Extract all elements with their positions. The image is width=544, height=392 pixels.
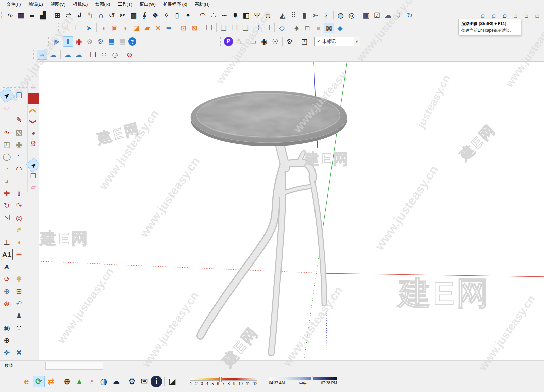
no-entry-icon[interactable]: ⊘ <box>124 50 135 60</box>
time-slider-handle[interactable] <box>311 376 313 381</box>
month-slider[interactable]: 123456789101112 <box>190 378 257 386</box>
orange-box-icon[interactable]: ▣ <box>109 23 120 33</box>
move-icon[interactable]: ✚ <box>1 187 13 199</box>
cut-figure-icon[interactable]: ✂ <box>118 10 128 20</box>
paint-bucket-icon[interactable]: ◕ <box>28 127 39 138</box>
menu-item[interactable]: 相机(C) <box>69 0 91 8</box>
follow-me-icon[interactable]: ↷ <box>13 200 25 211</box>
tape-measure-icon[interactable]: ✐ <box>13 224 25 236</box>
screenshot-camera-icon[interactable]: ◉ <box>259 36 269 47</box>
video-editor-icon[interactable]: ▭ <box>248 36 258 47</box>
menu-item[interactable]: 绘图(R) <box>91 0 114 8</box>
pause-icon[interactable]: ‖ <box>63 36 73 47</box>
pie-icon[interactable]: ◔ <box>1 163 13 174</box>
zoom-window-icon[interactable]: ⊞ <box>13 285 25 297</box>
rotated-rectangle-icon[interactable]: ◰ <box>1 138 13 150</box>
help-icon[interactable]: ? <box>128 37 136 46</box>
blue-swap-x-icon[interactable]: ✖ <box>13 346 25 358</box>
month-gradient-bar[interactable] <box>190 378 257 381</box>
chevron-down-icon[interactable]: ∨ <box>354 37 360 46</box>
folder-export-icon[interactable]: ▣ <box>361 10 371 20</box>
solid-subtract-icon[interactable]: ❑ <box>240 23 251 33</box>
export-model-icon[interactable]: ◳ <box>299 36 309 47</box>
style-backedges-icon[interactable]: ◈ <box>291 23 302 33</box>
solid-split-icon[interactable]: ❐ <box>262 23 272 33</box>
blue-select-bend-icon[interactable]: ➤ <box>84 23 94 33</box>
eraser-cube-icon[interactable]: ◪ <box>167 376 178 387</box>
anim-settings-gear-icon[interactable]: ⚙ <box>96 36 106 47</box>
offset-icon[interactable]: ◎ <box>13 212 25 223</box>
lintel-grid-icon[interactable]: ▥ <box>16 10 26 20</box>
spiral-icon[interactable]: ✹ <box>230 10 240 20</box>
pencil-line-icon[interactable]: ✎ <box>13 114 25 125</box>
time-of-day-slider[interactable]: 04:37 AM 中午 07:28 PM <box>269 377 337 386</box>
arch-icon[interactable]: ◠ <box>198 10 208 20</box>
menu-item[interactable]: 视图(V) <box>47 0 69 8</box>
solid-outer-icon[interactable]: ❏ <box>219 23 229 33</box>
trapezoid-revert-icon[interactable]: ▰ <box>142 23 152 33</box>
transfer-arrows-icon[interactable]: ⇄ <box>45 376 57 387</box>
enscape-e-logo-icon[interactable]: e <box>21 376 32 387</box>
molding-profile-icon[interactable]: ◺ <box>62 23 72 33</box>
clamp-icon[interactable]: ⊞ <box>52 10 63 20</box>
wave-icon[interactable]: ∼ <box>219 10 230 20</box>
compass-needle-icon[interactable]: ➣ <box>310 10 320 20</box>
solid-trim-icon[interactable]: ❒ <box>251 23 261 33</box>
make-component-icon[interactable]: ❒ <box>13 89 25 101</box>
select-icon[interactable]: ➤ <box>0 87 15 103</box>
vegetation-tree-icon[interactable]: ▲ <box>73 376 85 387</box>
live-sync-icon[interactable]: ⟳ <box>33 376 45 387</box>
menu-item[interactable]: 窗口(W) <box>136 0 159 8</box>
bucket-cone-icon[interactable]: ◖ <box>99 23 109 33</box>
dots-circle-icon[interactable]: ∷ <box>99 50 109 60</box>
play-icon[interactable]: ▶ <box>52 36 62 47</box>
chevron-red-icon[interactable]: ❯ <box>28 116 39 127</box>
stack-panel-icon[interactable]: ▤ <box>129 10 139 20</box>
mirror-triangles-icon[interactable]: ◭ <box>277 10 288 20</box>
strip-eraser-icon[interactable]: ▱ <box>28 182 39 192</box>
axes-3d-icon[interactable]: ✳ <box>13 249 25 260</box>
grip-hand-icon[interactable]: Ψ <box>252 10 262 20</box>
cross-cut-icon[interactable]: ✕ <box>153 23 163 33</box>
arc-2point-icon[interactable]: ◠ <box>13 163 25 174</box>
curve-down-icon[interactable]: ↲ <box>74 10 84 20</box>
dark-panel-icon[interactable]: ▮ <box>299 10 309 20</box>
style-wireframe-icon[interactable]: ◇ <box>277 23 287 33</box>
pillar-dimension-icon[interactable]: ⊢ <box>73 23 83 33</box>
menu-item[interactable]: 编辑(E) <box>25 0 47 8</box>
rotate-loop-icon[interactable]: ↺ <box>107 10 117 20</box>
equal-arrows-icon[interactable]: ⇌ <box>63 10 73 20</box>
dot-grid-icon[interactable]: ⠿ <box>288 10 299 20</box>
enscape-start-icon[interactable]: P <box>224 37 233 46</box>
broom-icon[interactable]: ∤ <box>321 10 331 20</box>
film-disabled-icon[interactable]: ▤ <box>117 36 128 47</box>
dots-bridge-icon[interactable]: ∴ <box>208 10 219 20</box>
style-shaded-icon[interactable]: ■ <box>313 23 323 33</box>
protractor-icon[interactable]: ◖ <box>13 236 25 248</box>
menu-item[interactable]: 帮助(H) <box>191 0 214 8</box>
leaf-diamond-icon[interactable]: ✦ <box>183 10 193 20</box>
link-waves-icon[interactable]: ≈ <box>37 50 47 60</box>
house-wide-icon[interactable]: ⌂ <box>532 10 542 20</box>
style-hiddenline-icon[interactable]: □ <box>302 23 312 33</box>
menu-item[interactable]: 文件(F) <box>3 0 25 8</box>
scene-tag-dropdown[interactable]: ✓ 未标记 ∨ <box>314 37 360 46</box>
look-around-eye-icon[interactable]: ◉ <box>1 322 13 334</box>
text-3d-icon[interactable]: A <box>1 261 13 272</box>
visual-settings-gear-icon[interactable]: ⚙ <box>285 36 295 47</box>
house-outline-icon[interactable]: ⌂ <box>521 10 531 20</box>
style-monochrome-icon[interactable]: ◆ <box>335 23 345 33</box>
solid-union-icon[interactable]: ❒ <box>204 23 214 33</box>
viewport[interactable] <box>39 61 544 360</box>
diamonds-icon[interactable]: ❖ <box>150 10 160 20</box>
film-strip-icon[interactable]: ▤ <box>106 36 117 47</box>
materials-fan-icon[interactable]: ◔ <box>86 376 97 387</box>
text-label-icon[interactable]: A1 <box>1 249 13 260</box>
cloud-check-icon[interactable]: ☁ <box>63 50 73 60</box>
add-plus-icon[interactable]: ⊕ <box>61 376 73 387</box>
style-textured-icon[interactable]: ▩ <box>324 23 334 33</box>
chevron-orange-icon[interactable]: ❮ <box>28 105 39 116</box>
pie-filled-icon[interactable]: ◕ <box>1 175 13 187</box>
frame-x-icon[interactable]: ⊠ <box>189 23 200 33</box>
zoom-icon[interactable]: ⊕ <box>1 285 13 297</box>
